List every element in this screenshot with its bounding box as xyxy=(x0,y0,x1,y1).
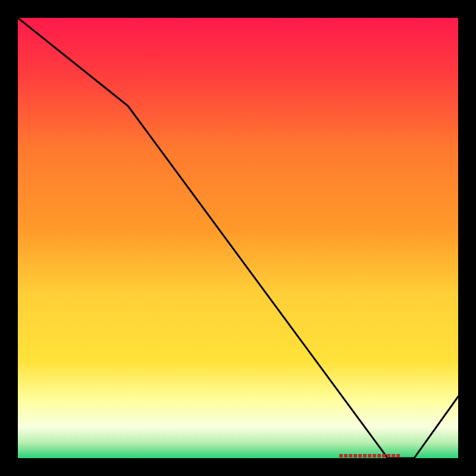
marker-segment xyxy=(349,454,352,458)
marker-segment xyxy=(353,454,357,458)
chart-stage: TheBottleneck.com xyxy=(0,0,476,476)
marker-segment xyxy=(387,454,390,458)
marker-segment xyxy=(372,454,376,458)
marker-segment xyxy=(339,454,343,458)
bottleneck-chart xyxy=(0,0,476,476)
gradient-plot-area xyxy=(18,18,458,458)
marker-segment xyxy=(396,454,400,458)
marker-segment xyxy=(377,454,381,458)
marker-segment xyxy=(358,454,362,458)
marker-segment xyxy=(382,454,386,458)
marker-segment xyxy=(363,454,367,458)
marker-segment xyxy=(368,454,371,458)
marker-segment xyxy=(392,454,395,458)
marker-segment xyxy=(344,454,347,458)
